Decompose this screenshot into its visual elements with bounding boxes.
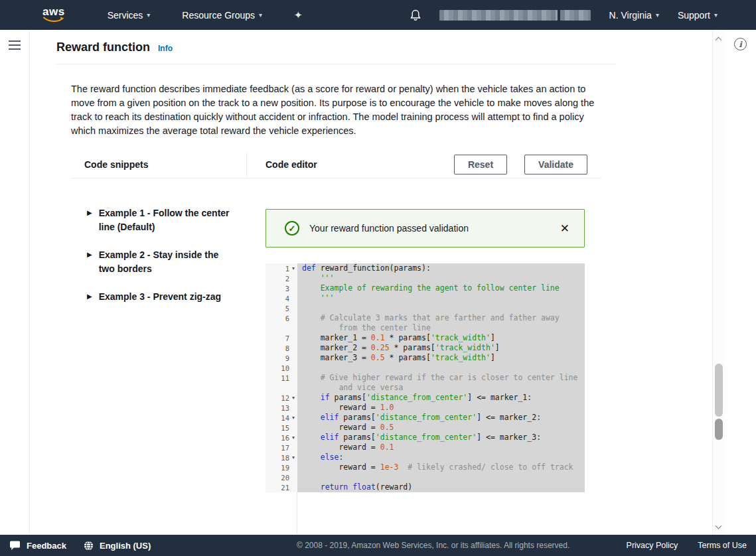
feedback-label: Feedback xyxy=(27,541,66,551)
nav-support-label: Support xyxy=(678,10,710,21)
code-row: 1▾def reward_function(params): xyxy=(265,263,585,273)
code-row: 16▾ elif params['distance_from_center'] … xyxy=(265,433,585,443)
code-row: 12▾ if params['distance_from_center'] <=… xyxy=(265,393,585,403)
code-row: 11 # Give higher reward if the car is cl… xyxy=(265,373,585,383)
footer-bar: Feedback English (US) © 2008 - 2019, Ama… xyxy=(0,535,756,556)
chevron-down-icon: ▾ xyxy=(259,11,262,19)
nav-region-label: N. Virginia xyxy=(609,10,652,21)
code-row: from the center line xyxy=(265,323,585,333)
speech-bubble-icon xyxy=(9,541,21,551)
scrollbar-thumb[interactable] xyxy=(715,364,723,417)
code-row: 9 marker_3 = 0.5 * params['track_width'] xyxy=(265,353,585,363)
code-row: 18▾ else: xyxy=(265,452,585,462)
validation-message: Your reward function passed validation xyxy=(309,223,469,234)
snippet-example-2[interactable]: ▶ Example 2 - Stay inside the two border… xyxy=(87,248,240,276)
main-area: Reward function Info The reward function… xyxy=(0,30,756,535)
globe-icon xyxy=(84,541,94,551)
section-header: Code snippets Code editor Reset Validate xyxy=(56,151,616,178)
code-row: 19 reward = 1e-3 # likely crashed/ close… xyxy=(265,462,585,472)
validate-button[interactable]: Validate xyxy=(524,155,587,174)
close-icon[interactable]: ✕ xyxy=(558,222,572,236)
header-divider xyxy=(56,64,616,64)
code-row: 5 xyxy=(265,303,585,313)
privacy-policy-link[interactable]: Privacy Policy xyxy=(627,541,678,550)
example-label: Example 2 - Stay inside the two borders xyxy=(99,248,232,276)
code-row: and vice versa xyxy=(265,383,585,393)
expand-triangle-icon: ▶ xyxy=(87,248,92,276)
info-icon[interactable]: i xyxy=(734,38,747,50)
page-title: Reward function xyxy=(56,40,150,54)
nav-resource-groups-label: Resource Groups xyxy=(182,10,255,21)
code-editor-heading: Code editor xyxy=(265,159,317,170)
reward-function-description: The reward function describes immediate … xyxy=(71,82,602,138)
nav-resource-groups-menu[interactable]: Resource Groups ▾ xyxy=(182,10,262,21)
validation-success-banner: ✓ Your reward function passed validation… xyxy=(265,209,585,247)
code-row: 20 xyxy=(265,472,585,482)
code-snippets-heading: Code snippets xyxy=(56,159,246,170)
feedback-button[interactable]: Feedback xyxy=(9,541,66,551)
nav-services-menu[interactable]: Services ▾ xyxy=(108,10,151,21)
left-sidebar-strip xyxy=(0,30,30,535)
chevron-down-icon: ▾ xyxy=(714,11,718,19)
code-row: 13 reward = 1.0 xyxy=(265,403,585,413)
info-link[interactable]: Info xyxy=(158,44,173,53)
nav-services-label: Services xyxy=(108,10,143,21)
language-label: English (US) xyxy=(100,541,151,551)
code-row: 17 reward = 0.1 xyxy=(265,443,585,452)
page-content: Reward function Info The reward function… xyxy=(30,30,712,535)
code-row: 3 Example of rewarding the agent to foll… xyxy=(265,283,585,293)
code-row: 4 ''' xyxy=(265,293,585,303)
account-menu-redacted[interactable] xyxy=(439,10,591,21)
editor-filler xyxy=(265,492,585,534)
aws-smile-icon xyxy=(43,17,64,23)
expand-triangle-icon: ▶ xyxy=(87,206,92,234)
scrollbar-thumb-inner[interactable] xyxy=(715,419,723,440)
scroll-up-arrow-icon[interactable] xyxy=(716,37,722,44)
hamburger-menu-icon[interactable] xyxy=(7,39,22,535)
code-snippets-list: ▶ Example 1 - Follow the center line (De… xyxy=(56,178,246,534)
code-row: 10 xyxy=(265,363,585,373)
code-section: Code snippets Code editor Reset Validate xyxy=(56,151,616,534)
code-editor[interactable]: 1▾def reward_function(params):2 '''3 Exa… xyxy=(265,263,585,534)
page-header: Reward function Info xyxy=(56,30,616,54)
snippet-example-1[interactable]: ▶ Example 1 - Follow the center line (De… xyxy=(87,206,240,234)
redacted-block xyxy=(560,10,591,21)
right-help-strip: i xyxy=(725,30,756,535)
notifications-bell-icon[interactable] xyxy=(410,9,421,21)
code-row: 6 # Calculate 3 marks that are farther a… xyxy=(265,313,585,323)
language-selector[interactable]: English (US) xyxy=(84,541,151,551)
top-navigation-bar: aws Services ▾ Resource Groups ▾ ✦ N. Vi… xyxy=(0,0,756,30)
copyright-text: © 2008 - 2019, Amazon Web Services, Inc.… xyxy=(297,541,569,550)
code-row: 2 ''' xyxy=(265,273,585,283)
code-row: 21 return float(reward) xyxy=(265,482,585,492)
code-row: 14▾ elif params['distance_from_center'] … xyxy=(265,413,585,423)
code-row: 7 marker_1 = 0.1 * params['track_width'] xyxy=(265,333,585,343)
redacted-block xyxy=(439,10,558,21)
chevron-down-icon: ▾ xyxy=(147,11,150,19)
code-row: 8 marker_2 = 0.25 * params['track_width'… xyxy=(265,343,585,353)
chevron-down-icon: ▾ xyxy=(656,11,659,19)
nav-region-menu[interactable]: N. Virginia ▾ xyxy=(609,10,659,21)
example-label: Example 1 - Follow the center line (Defa… xyxy=(99,206,232,234)
success-check-icon: ✓ xyxy=(285,221,299,236)
aws-logo[interactable]: aws xyxy=(42,7,65,23)
nav-support-menu[interactable]: Support ▾ xyxy=(678,10,718,21)
aws-logo-text: aws xyxy=(42,7,65,17)
scroll-down-arrow-icon[interactable] xyxy=(716,523,722,529)
snippet-example-3[interactable]: ▶ Example 3 - Prevent zig-zag xyxy=(87,290,240,304)
reset-button[interactable]: Reset xyxy=(454,155,507,174)
vertical-scrollbar[interactable] xyxy=(712,30,725,535)
code-rows: 1▾def reward_function(params):2 '''3 Exa… xyxy=(265,263,585,492)
expand-triangle-icon: ▶ xyxy=(87,290,92,304)
code-row: 15 reward = 0.5 xyxy=(265,423,585,433)
example-label: Example 3 - Prevent zig-zag xyxy=(99,290,232,304)
pin-favorites-icon[interactable]: ✦ xyxy=(294,9,303,21)
terms-of-use-link[interactable]: Terms of Use xyxy=(698,541,747,550)
